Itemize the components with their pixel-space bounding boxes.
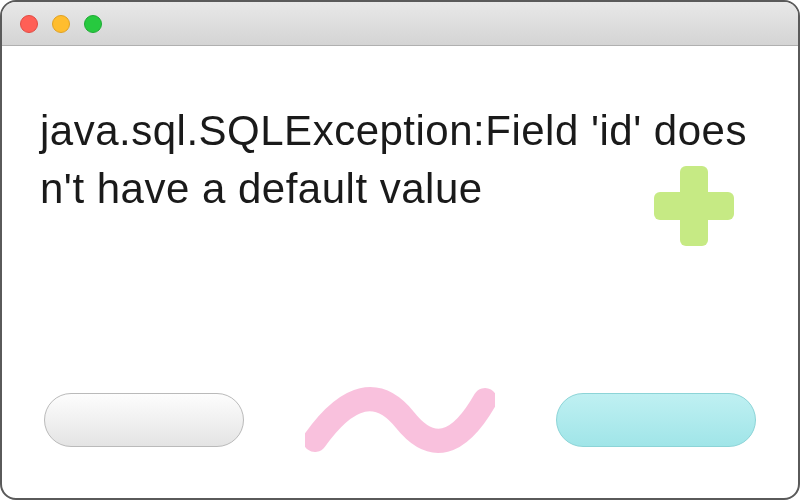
- maximize-button[interactable]: [84, 15, 102, 33]
- application-window: java.sql.SQLException:Field 'id' doesn't…: [0, 0, 800, 500]
- plus-icon: [654, 166, 734, 246]
- titlebar: [2, 2, 798, 46]
- bottom-bar: [44, 380, 756, 460]
- right-pill-button[interactable]: [556, 393, 756, 447]
- close-button[interactable]: [20, 15, 38, 33]
- content-area: java.sql.SQLException:Field 'id' doesn't…: [2, 46, 798, 498]
- left-pill-button[interactable]: [44, 393, 244, 447]
- curve-decoration: [305, 380, 495, 460]
- minimize-button[interactable]: [52, 15, 70, 33]
- error-text: java.sql.SQLException:Field 'id' doesn't…: [40, 102, 760, 218]
